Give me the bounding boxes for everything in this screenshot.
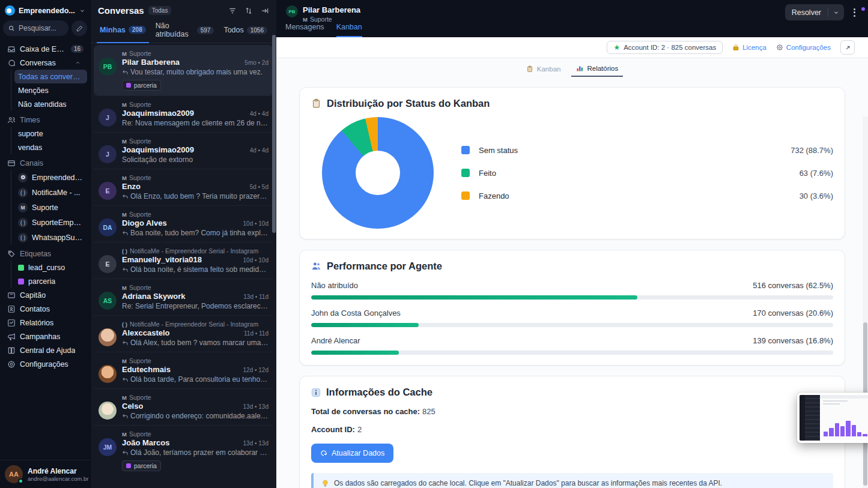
sidebar-item-channel-notificame[interactable]: ( ) NotificaMe - ... — [14, 185, 87, 200]
chat-icon — [7, 59, 16, 67]
license-link[interactable]: Licença — [732, 44, 766, 51]
sidebar-section-teams[interactable]: Times — [3, 113, 87, 127]
sidebar-item-conversations[interactable]: Conversas — [3, 56, 87, 70]
reply-icon — [122, 450, 129, 456]
sidebar-item-team-vendas[interactable]: vendas — [14, 140, 87, 154]
avatar: J — [99, 109, 117, 127]
sidebar-item-channel-whatsapp[interactable]: ( ) WhatsappSup... — [14, 230, 87, 245]
conversation-item[interactable]: J MSuporte Joaquimsimao20094d • 4d Solic… — [94, 132, 273, 169]
gmail-icon: M — [122, 101, 127, 108]
sidebar-item-configuracoes[interactable]: Configurações — [3, 357, 87, 371]
conversation-item[interactable]: E MSuporte Enzo5d • 5d Olá Enzo, tudo be… — [94, 169, 273, 205]
star-icon: ★ — [613, 44, 620, 51]
expand-button[interactable] — [840, 40, 855, 55]
online-status-dot — [18, 478, 23, 484]
search-input[interactable]: Pesquisar... — [3, 20, 68, 36]
sidebar-section-labels[interactable]: Etiquetas — [3, 247, 87, 261]
main-panel: PB Pilar Barberena MSuporte Mensagens Ka… — [276, 0, 868, 488]
legend-item: Feito 63 (7.6%) — [461, 169, 833, 178]
collapse-panel-icon[interactable] — [261, 7, 269, 15]
sidebar-item-all-conversations[interactable]: Todas as conversas — [14, 70, 87, 83]
avatar: E — [99, 182, 117, 200]
reply-icon — [122, 267, 129, 273]
tab-relatorios-view[interactable]: Relatórios — [571, 62, 623, 77]
sort-icon[interactable] — [244, 7, 253, 15]
contact-avatar: PB — [286, 5, 298, 17]
sidebar-item-team-suporte[interactable]: suporte — [14, 127, 87, 140]
sidebar-item-capitao[interactable]: Capitão — [3, 288, 87, 302]
sidebar-item-mentions[interactable]: Menções — [14, 83, 87, 97]
workspace-switcher[interactable]: Empreendedo... — [0, 0, 90, 19]
conversation-item[interactable]: MSuporte Celso13d • 13d Corrigindo o end… — [94, 388, 273, 425]
refresh-data-button[interactable]: Atualizar Dados — [311, 444, 393, 463]
pip-conversation-list — [805, 395, 820, 441]
legend-value: 732 (88.7%) — [791, 146, 833, 155]
sidebar-item-label-parceria[interactable]: parceria — [14, 274, 87, 288]
conversation-item[interactable]: ( )NotificaMe - Empreendedor Serial - In… — [94, 315, 273, 352]
sidebar-item-unattended[interactable]: Não atendidas — [14, 97, 87, 111]
cache-info-card: Informações do Cache Total de conversas … — [299, 376, 845, 488]
user-email: andre@aalencar.com.br — [28, 475, 85, 482]
people-icon — [311, 261, 321, 271]
bar-chart-icon — [576, 65, 583, 72]
sidebar: Empreendedo... Pesquisar... Caixa de Ent… — [0, 0, 90, 488]
conversation-item[interactable]: AS MSuporte Adriana Skywork13d • 11d Re:… — [94, 279, 273, 315]
tab-kanban[interactable]: Kanban — [336, 23, 362, 37]
api-icon: ( ) — [122, 321, 127, 328]
reports-icon — [7, 319, 16, 327]
conversation-item[interactable]: DA MSuporte Diogo Alves10d • 10d Boa noi… — [94, 205, 273, 242]
sidebar-item-channel-empreendedor[interactable]: Empreendedo... — [14, 170, 87, 185]
progress-track — [311, 351, 833, 355]
settings-link[interactable]: Configurações — [776, 44, 831, 51]
agent-name: Não atribuído — [311, 281, 358, 290]
conversation-item[interactable]: PB MSuporte Pilar Barberena5mo • 2d Vou … — [94, 45, 273, 95]
user-profile[interactable]: AA André Alencar andre@aalencar.com.br — [0, 460, 90, 488]
search-placeholder: Pesquisar... — [19, 24, 56, 32]
help-book-icon — [7, 346, 16, 355]
tab-nao-atribuidas[interactable]: Não atribuídas597 — [153, 19, 217, 43]
tab-kanban-view[interactable]: Kanban — [521, 62, 566, 77]
reply-icon — [122, 340, 129, 346]
sidebar-item-campanhas[interactable]: Campanhas — [3, 330, 87, 343]
conversation-item[interactable]: J MSuporte Joaquimsimao20094d • 4d Re: N… — [94, 95, 273, 132]
cache-account-value: 2 — [357, 425, 362, 434]
conversation-list-title: Conversas — [98, 5, 144, 16]
sidebar-item-relatorios[interactable]: Relatórios — [3, 316, 87, 330]
sidebar-item-label-lead-curso[interactable]: lead_curso — [14, 261, 87, 274]
reply-icon — [122, 413, 129, 420]
conversation-item[interactable]: JM MSuporte João Marcos13d • 13d Olá Joã… — [94, 425, 273, 476]
agent-name: John da Costa Gonçalves — [311, 309, 401, 318]
messenger-icon — [18, 173, 28, 182]
sidebar-item-central-ajuda[interactable]: Central de Ajuda — [3, 343, 87, 357]
gmail-icon: M — [122, 211, 127, 218]
api-icon: ( ) — [18, 233, 28, 242]
sidebar-item-inbox[interactable]: Caixa de Entrada 16 — [3, 42, 87, 56]
more-options-icon[interactable] — [849, 6, 860, 19]
tab-mensagens[interactable]: Mensagens — [285, 23, 324, 37]
conversation-item[interactable]: E ( )NotificaMe - Empreendedor Serial - … — [94, 242, 273, 279]
report-tabs: Kanban Relatórios — [299, 58, 845, 77]
filter-icon[interactable] — [228, 7, 237, 15]
report-body: Kanban Relatórios Distribuição por Statu… — [276, 58, 868, 488]
conversation-items: PB MSuporte Pilar Barberena5mo • 2d Vou … — [91, 43, 276, 488]
list-scrollbar-thumb[interactable] — [272, 35, 276, 233]
chevron-down-icon[interactable] — [828, 10, 844, 16]
resolve-button[interactable]: Resolver — [785, 4, 844, 20]
agent-value: 170 conversas (20.6%) — [753, 309, 833, 318]
scope-badge[interactable]: Todas — [148, 6, 172, 15]
preview-thumbnail-window[interactable] — [797, 393, 868, 443]
conversation-item[interactable]: MSuporte Edutechmais12d • 12d Olá boa ta… — [94, 352, 273, 388]
compose-button[interactable] — [71, 20, 87, 36]
cache-total-line: Total de conversas no cache:825 — [311, 407, 833, 416]
tab-todos[interactable]: Todos1056 — [220, 19, 270, 43]
reply-icon — [122, 69, 129, 76]
sidebar-item-channel-suporte[interactable]: M Suporte — [14, 200, 87, 215]
clipboard-icon — [526, 65, 533, 73]
sidebar-section-channels[interactable]: Canais — [3, 156, 87, 170]
agent-row: Não atribuído516 conversas (62.5%) — [311, 281, 833, 300]
label-badge: parceria — [122, 460, 161, 471]
sidebar-item-channel-suporteempre[interactable]: ( ) SuporteEmpre... — [14, 215, 87, 230]
search-icon — [8, 25, 15, 32]
sidebar-item-contatos[interactable]: Contatos — [3, 302, 87, 316]
tab-minhas[interactable]: Minhas208 — [97, 19, 149, 43]
